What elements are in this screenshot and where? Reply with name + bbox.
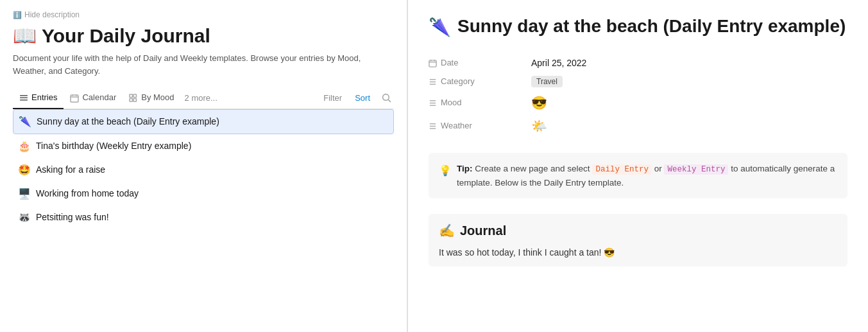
entry-emoji-3: 🖥️ — [18, 188, 31, 200]
svg-rect-9 — [130, 98, 133, 101]
entry-label-1: Tina's birthday (Weekly Entry example) — [36, 141, 191, 151]
entry-item-4[interactable]: 🦝 Petsitting was fun! — [13, 205, 394, 229]
filter-button[interactable]: Filter — [319, 91, 346, 105]
prop-value-date[interactable]: April 25, 2022 — [531, 58, 586, 68]
tab-by-mood-label: By Mood — [141, 92, 174, 102]
entry-emoji-4: 🦝 — [18, 211, 31, 223]
info-icon: ℹ️ — [13, 11, 22, 19]
entry-item-3[interactable]: 🖥️ Working from home today — [13, 182, 394, 205]
page-title: 🌂 Sunny day at the beach (Daily Entry ex… — [429, 15, 847, 39]
svg-rect-13 — [429, 60, 436, 67]
journal-section-emoji: ✍️ — [439, 223, 455, 238]
entry-label-3: Working from home today — [36, 188, 139, 198]
mood-emoji: 😎 — [531, 96, 547, 110]
prop-label-mood: Mood — [429, 98, 531, 107]
tabs-actions: Filter Sort — [319, 90, 394, 105]
search-button[interactable] — [379, 90, 394, 105]
prop-label-mood-text: Mood — [441, 98, 462, 107]
svg-rect-3 — [71, 95, 78, 102]
tip-bold: Tip: — [457, 164, 473, 173]
tip-emoji: 💡 — [439, 162, 452, 179]
journal-section: ✍️ Journal It was so hot today, I think … — [429, 214, 847, 266]
page-title-emoji: 🌂 — [429, 17, 451, 39]
entries-tab-icon — [19, 92, 28, 103]
tabs-bar: Entries Calendar — [13, 87, 394, 109]
list-prop-icon-weather — [429, 121, 437, 130]
prop-label-weather: Weather — [429, 121, 531, 130]
by-mood-tab-icon — [129, 92, 138, 103]
list-prop-icon-mood — [429, 98, 437, 107]
tip-text-middle: or — [652, 164, 665, 173]
calendar-tab-icon — [70, 92, 79, 103]
entry-emoji-0: 🌂 — [19, 116, 31, 128]
list-prop-icon-category — [429, 76, 437, 85]
tab-entries[interactable]: Entries — [13, 87, 64, 109]
prop-label-weather-text: Weather — [441, 121, 472, 130]
entry-label-4: Petsitting was fun! — [36, 212, 109, 222]
journal-description: Document your life with the help of Dail… — [13, 52, 394, 77]
svg-rect-1 — [20, 97, 28, 98]
hide-description-button[interactable]: ℹ️ Hide description — [13, 10, 394, 19]
entry-label-0: Sunny day at the beach (Daily Entry exam… — [37, 116, 219, 127]
entry-item-2[interactable]: 🤩 Asking for a raise — [13, 158, 394, 182]
prop-value-weather[interactable]: 🌤️ — [531, 118, 547, 134]
tip-weekly-entry-link[interactable]: Weekly Entry — [664, 164, 728, 175]
left-panel: ℹ️ Hide description 📖 Your Daily Journal… — [0, 0, 407, 332]
prop-row-category: Category Travel — [429, 72, 847, 91]
tabs-more[interactable]: 2 more... — [181, 88, 221, 108]
journal-section-title: ✍️ Journal — [439, 223, 837, 238]
prop-row-weather: Weather 🌤️ — [429, 114, 847, 137]
tip-text-before: Create a new page and select — [473, 164, 593, 173]
tip-box: 💡 Tip: Create a new page and select Dail… — [429, 153, 847, 199]
journal-section-content: It was so hot today, I think I caught a … — [439, 245, 837, 263]
tab-by-mood[interactable]: By Mood — [123, 87, 180, 109]
entry-emoji-2: 🤩 — [18, 164, 31, 176]
prop-value-category[interactable]: Travel — [531, 76, 563, 87]
tab-calendar[interactable]: Calendar — [64, 87, 123, 109]
hide-description-label: Hide description — [24, 10, 80, 19]
prop-value-mood[interactable]: 😎 — [531, 95, 547, 110]
svg-point-11 — [383, 94, 389, 101]
calendar-prop-icon — [429, 58, 437, 67]
sort-button[interactable]: Sort — [351, 91, 374, 105]
entry-list: 🌂 Sunny day at the beach (Daily Entry ex… — [13, 109, 394, 229]
right-panel: 🌂 Sunny day at the beach (Daily Entry ex… — [408, 0, 868, 332]
prop-label-date: Date — [429, 58, 531, 67]
tip-daily-entry-link[interactable]: Daily Entry — [592, 164, 652, 175]
entry-label-2: Asking for a raise — [36, 164, 105, 175]
prop-row-mood: Mood 😎 — [429, 91, 847, 114]
tab-entries-label: Entries — [31, 92, 57, 102]
svg-rect-10 — [133, 98, 137, 101]
journal-section-title-text: Journal — [460, 223, 506, 238]
journal-title-emoji: 📖 — [13, 24, 37, 47]
svg-rect-7 — [130, 94, 133, 98]
category-tag: Travel — [531, 76, 563, 87]
svg-line-12 — [388, 100, 391, 102]
prop-row-date: Date April 25, 2022 — [429, 54, 847, 72]
prop-label-date-text: Date — [441, 58, 458, 67]
tab-calendar-label: Calendar — [82, 92, 116, 102]
journal-title-text: Your Daily Journal — [42, 25, 210, 47]
svg-rect-8 — [133, 94, 137, 98]
entry-item-1[interactable]: 🎂 Tina's birthday (Weekly Entry example) — [13, 134, 394, 158]
page-title-text: Sunny day at the beach (Daily Entry exam… — [457, 15, 846, 37]
journal-title: 📖 Your Daily Journal — [13, 24, 394, 47]
prop-label-category-text: Category — [441, 76, 475, 86]
prop-label-category: Category — [429, 76, 531, 86]
properties-table: Date April 25, 2022 Category Travel — [429, 54, 847, 137]
svg-rect-2 — [20, 100, 28, 101]
weather-emoji: 🌤️ — [531, 119, 547, 133]
svg-rect-0 — [20, 95, 28, 96]
tip-text: Tip: Create a new page and select Daily … — [457, 162, 837, 190]
entry-item-0[interactable]: 🌂 Sunny day at the beach (Daily Entry ex… — [13, 109, 394, 134]
entry-emoji-1: 🎂 — [18, 140, 31, 152]
